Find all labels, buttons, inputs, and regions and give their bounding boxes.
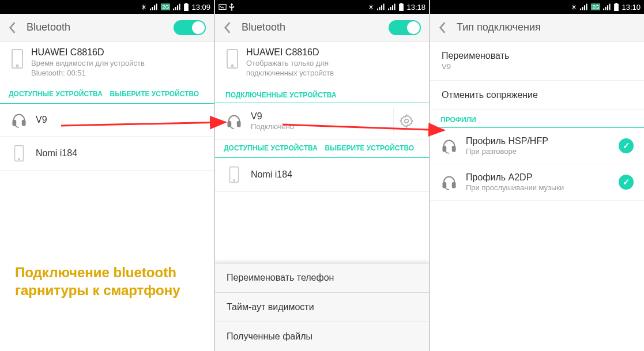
phone-icon	[10, 145, 28, 162]
screen-header: Тип подключения	[430, 14, 644, 41]
own-device-visibility: Время видимости для устройствBluetooth: …	[31, 59, 204, 78]
headphones-icon	[440, 138, 458, 154]
device-section-tabs: ДОСТУПНЫЕ УСТРОЙСТВА ВЫБЕРИТЕ УСТРОЙСТВО	[215, 139, 429, 158]
menu-visibility-timeout[interactable]: Тайм-аут видимости	[215, 293, 429, 322]
svg-rect-10	[238, 122, 240, 126]
bluetooth-icon	[141, 3, 147, 11]
tab-select-device[interactable]: ВЫБЕРИТЕ УСТРОЙСТВО	[107, 85, 209, 103]
phone-icon	[225, 166, 243, 183]
check-icon: ✓	[619, 138, 634, 153]
connected-device-v9[interactable]: V9 Подключено	[215, 103, 429, 139]
signal2-icon	[603, 3, 611, 10]
own-device-row[interactable]: HUAWEI C8816D Отображать только дляподкл…	[215, 41, 429, 85]
back-button[interactable]	[219, 14, 236, 41]
phone-icon	[225, 48, 239, 69]
own-device-visibility: Отображать только дляподключенных устрой…	[246, 59, 419, 78]
screen-header: Bluetooth	[215, 14, 429, 41]
item-title: Отменить сопряжение	[442, 90, 632, 100]
headphones-icon	[225, 113, 243, 129]
svg-rect-14	[443, 146, 446, 151]
status-bar: 2G 13:09	[0, 0, 214, 14]
profile-a2dp[interactable]: Профиль A2DP При прослушивании музыки ✓	[430, 164, 644, 201]
context-menu: Переименовать телефон Тайм-аут видимости…	[215, 263, 429, 351]
svg-rect-3	[22, 120, 25, 125]
device-name: Nomi i184	[251, 169, 419, 180]
device-section-tabs: ДОСТУПНЫЕ УСТРОЙСТВА ВЫБЕРИТЕ УСТРОЙСТВО	[0, 85, 214, 104]
screen-header: Bluetooth	[0, 14, 214, 41]
own-device-name: HUAWEI C8816D	[246, 47, 419, 58]
profile-hsp-hfp[interactable]: Профиль HSP/HFP При разговоре ✓	[430, 128, 644, 164]
screen-title: Bluetooth	[242, 21, 383, 33]
phone-screenshot-3: 2G 13:10 Тип подключения Переименовать V…	[430, 0, 644, 351]
profile-sub: При разговоре	[466, 147, 611, 156]
network-2g-icon: 2G	[591, 3, 600, 10]
phone-screenshot-2: 13:18 Bluetooth HUAWEI C8816D Отображать…	[215, 0, 429, 351]
device-name: Nomi i184	[36, 148, 204, 158]
tab-select-device[interactable]: ВЫБЕРИТЕ УСТРОЙСТВО	[322, 139, 424, 157]
phone-screenshot-1: 2G 13:09 Bluetooth HUAWEI C8816D	[0, 0, 214, 351]
back-button[interactable]	[3, 14, 21, 41]
section-connected-devices: ПОДКЛЮЧЕННЫЕ УСТРОЙСТВА	[215, 85, 429, 103]
menu-received-files[interactable]: Полученные файлы	[215, 322, 429, 351]
device-status: Подключено	[251, 122, 385, 131]
device-row-nomi[interactable]: Nomi i184	[215, 158, 429, 192]
svg-rect-17	[453, 183, 455, 187]
device-settings-button[interactable]	[393, 108, 419, 134]
usb-icon	[229, 3, 235, 11]
device-name: V9	[36, 115, 204, 125]
svg-point-1	[17, 65, 18, 67]
item-sub: V9	[442, 62, 632, 71]
tab-available-devices[interactable]: ДОСТУПНЫЕ УСТРОЙСТВА	[6, 85, 107, 103]
screen-title: Тип подключения	[457, 21, 641, 33]
screen-title: Bluetooth	[27, 21, 168, 33]
signal2-icon	[173, 3, 181, 10]
profile-title: Профиль HSP/HFP	[466, 136, 611, 146]
section-profiles: ПРОФИЛИ	[430, 110, 644, 128]
profile-title: Профиль A2DP	[466, 172, 611, 183]
back-button[interactable]	[434, 14, 451, 41]
status-bar: 13:18	[215, 0, 429, 14]
battery-icon	[399, 3, 404, 11]
profile-sub: При прослушивании музыки	[466, 183, 611, 192]
check-icon: ✓	[619, 175, 634, 190]
status-time: 13:09	[191, 3, 210, 12]
status-time: 13:10	[622, 3, 641, 12]
signal2-icon	[388, 3, 396, 10]
screenshot-icon	[219, 3, 227, 11]
signal-icon	[580, 3, 588, 10]
bluetooth-toggle[interactable]	[389, 20, 421, 35]
bluetooth-icon	[571, 3, 577, 11]
svg-rect-15	[453, 146, 455, 151]
svg-point-11	[404, 119, 408, 123]
status-time: 13:18	[406, 3, 425, 12]
device-name: V9	[251, 111, 385, 122]
bluetooth-icon	[368, 3, 374, 11]
headphones-icon	[440, 174, 458, 190]
caption-text: Подключение bluetooth гарнитуры к смартф…	[15, 263, 180, 299]
svg-rect-16	[443, 183, 446, 187]
own-device-name: HUAWEI C8816D	[31, 47, 204, 58]
headphones-icon	[10, 112, 28, 128]
device-row-nomi[interactable]: Nomi i184	[0, 137, 214, 171]
menu-rename-phone[interactable]: Переименовать телефон	[215, 263, 429, 293]
svg-rect-2	[13, 120, 16, 125]
item-title: Переименовать	[442, 51, 632, 61]
svg-point-13	[234, 180, 235, 182]
device-row-v9[interactable]: V9	[0, 104, 214, 137]
network-2g-icon: 2G	[161, 3, 170, 10]
unpair-item[interactable]: Отменить сопряжение	[430, 81, 644, 110]
svg-rect-9	[228, 122, 231, 126]
phone-icon	[10, 48, 24, 69]
own-device-row[interactable]: HUAWEI C8816D Время видимости для устрой…	[0, 41, 214, 85]
svg-point-5	[18, 158, 20, 160]
svg-point-8	[232, 65, 234, 67]
signal-icon	[377, 3, 385, 10]
battery-icon	[614, 3, 619, 11]
rename-item[interactable]: Переименовать V9	[430, 41, 644, 81]
signal-icon	[150, 3, 158, 10]
battery-icon	[184, 3, 189, 11]
status-bar: 2G 13:10	[430, 0, 644, 14]
bluetooth-toggle[interactable]	[174, 20, 206, 35]
tab-available-devices[interactable]: ДОСТУПНЫЕ УСТРОЙСТВА	[221, 139, 322, 157]
